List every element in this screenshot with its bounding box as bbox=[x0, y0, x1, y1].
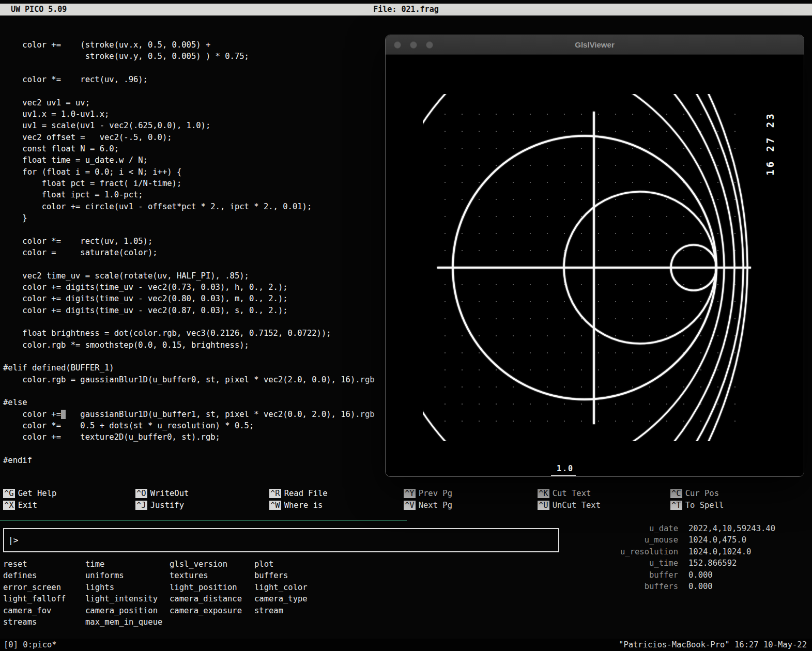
shortcut-label: Cur Pos bbox=[682, 489, 719, 498]
code-area[interactable]: color += (stroke(uv.x, 0.5, 0.005) + str… bbox=[3, 39, 375, 466]
shortcut-label: UnCut Text bbox=[549, 501, 601, 510]
code-line: color += digits(time_uv - vec2(0.80, 0.0… bbox=[3, 293, 375, 304]
status-label: u_time bbox=[542, 559, 678, 570]
status-label: u_resolution bbox=[542, 547, 678, 559]
shortcut-label: Exit bbox=[15, 501, 37, 510]
shader-plot bbox=[386, 55, 804, 477]
code-line: color *= rect(uv, 1.05); bbox=[3, 236, 375, 247]
code-line bbox=[3, 385, 375, 397]
code-line: stroke(uv.y, 0.5, 0.005) ) * 0.75; bbox=[3, 51, 375, 62]
command-textures: textures bbox=[170, 571, 242, 582]
code-line: color += (stroke(uv.x, 0.5, 0.005) + bbox=[3, 39, 375, 51]
code-line: color += digits(time_uv - vec2(0.87, 0.0… bbox=[3, 305, 375, 316]
zoom-button[interactable] bbox=[426, 41, 433, 49]
glslviewer-titlebar[interactable]: GlslViewer bbox=[386, 35, 804, 55]
scale-tick bbox=[551, 475, 576, 476]
console-input-box[interactable]: |> bbox=[3, 528, 559, 552]
command-buffers: buffers bbox=[254, 571, 308, 582]
command-glsl_version: glsl_version bbox=[170, 560, 242, 571]
code-line: float time = u_date.w / N; bbox=[3, 154, 375, 166]
code-line: color.rgb = gaussianBlur1D(u_buffer0, st… bbox=[3, 374, 375, 385]
shortcut-read-file: ^RRead File bbox=[269, 489, 328, 498]
glslviewer-window: GlslViewer bbox=[385, 35, 804, 477]
shortcut-key: ^X bbox=[3, 501, 15, 510]
minimize-button[interactable] bbox=[410, 41, 417, 49]
status-value: 1024.0,475.0 bbox=[688, 535, 746, 547]
shortcut-key: ^G bbox=[3, 489, 15, 498]
command-camera_distance: camera_distance bbox=[170, 594, 242, 606]
command-lights: lights bbox=[85, 583, 162, 594]
status-value: 0.000 bbox=[688, 570, 713, 582]
shortcut-label: Where is bbox=[281, 501, 323, 510]
code-line: const float N = 6.0; bbox=[3, 143, 375, 154]
code-line: #endif bbox=[3, 455, 375, 466]
code-line: vec2 uv1 = uv; bbox=[3, 97, 375, 109]
shortcut-exit: ^XExit bbox=[3, 501, 37, 510]
status-value: 1024.0,1024.0 bbox=[688, 547, 751, 559]
shortcut-row-1: ^GGet Help^OWriteOut^RRead File^YPrev Pg… bbox=[3, 489, 809, 500]
status-row-u_date: u_date2022,4,10,59243.40 bbox=[542, 524, 775, 535]
command-column: timeuniformslightslight_intensitycamera_… bbox=[85, 560, 162, 629]
code-line bbox=[3, 316, 375, 328]
code-line bbox=[3, 224, 375, 235]
command-column: resetdefineserror_screenlight_falloffcam… bbox=[3, 560, 66, 629]
shortcut-key: ^R bbox=[269, 489, 281, 498]
code-line: float ipct = 1.0-pct; bbox=[3, 189, 375, 200]
shortcut-key: ^T bbox=[670, 501, 682, 510]
window-title: GlslViewer bbox=[386, 35, 804, 55]
shortcut-label: WriteOut bbox=[147, 489, 189, 498]
tmux-session-label: [0] 0:pico* bbox=[4, 639, 57, 651]
command-time: time bbox=[85, 560, 162, 571]
tmux-statusbar: [0] 0:pico* "Patricios-MacBook-Pro" 16:2… bbox=[0, 639, 812, 651]
code-line bbox=[3, 85, 375, 97]
shortcut-where-is: ^WWhere is bbox=[269, 501, 323, 510]
shortcut-uncut-text: ^UUnCut Text bbox=[538, 501, 601, 510]
status-row-u_mouse: u_mouse1024.0,475.0 bbox=[542, 535, 775, 547]
command-camera_position: camera_position bbox=[85, 606, 162, 617]
text-cursor bbox=[61, 410, 66, 419]
status-row-buffer: buffer0.000 bbox=[542, 570, 775, 582]
tmux-pane-divider bbox=[0, 520, 407, 521]
code-line bbox=[3, 443, 375, 454]
code-line: float brightness = dot(color.rgb, vec3(0… bbox=[3, 328, 375, 339]
status-label: buffers bbox=[542, 582, 678, 593]
code-line: color.rgb *= smoothstep(0.0, 0.15, brigh… bbox=[3, 339, 375, 351]
code-line bbox=[3, 258, 375, 270]
code-line: color *= rect(uv, .96); bbox=[3, 74, 375, 85]
command-camera_exposure: camera_exposure bbox=[170, 606, 242, 617]
command-defines: defines bbox=[3, 571, 66, 582]
command-plot: plot bbox=[254, 560, 308, 571]
shortcut-writeout: ^OWriteOut bbox=[135, 489, 189, 498]
shortcut-cut-text: ^KCut Text bbox=[538, 489, 591, 498]
scale-label: 1.0 bbox=[557, 464, 574, 473]
command-uniforms: uniforms bbox=[85, 571, 162, 582]
shortcut-cur-pos: ^CCur Pos bbox=[670, 489, 719, 498]
command-column: plotbufferslight_colorcamera_typestream bbox=[254, 560, 308, 617]
command-light_color: light_color bbox=[254, 583, 308, 594]
shortcut-key: ^Y bbox=[404, 489, 416, 498]
dot-grid bbox=[431, 100, 747, 437]
command-max_mem_in_queue: max_mem_in_queue bbox=[85, 617, 162, 629]
command-reset: reset bbox=[3, 560, 66, 571]
shortcut-key: ^W bbox=[269, 501, 281, 510]
code-line: color += circle(uv1 - offset*pct * 2., i… bbox=[3, 201, 375, 212]
command-stream: stream bbox=[254, 606, 308, 617]
shortcut-key: ^O bbox=[135, 489, 147, 498]
code-line: vec2 time_uv = scale(rotate(uv, HALF_PI)… bbox=[3, 270, 375, 282]
shortcut-to-spell: ^TTo Spell bbox=[670, 501, 724, 510]
shortcut-justify: ^JJustify bbox=[135, 501, 184, 510]
code-line: #elif defined(BUFFER_1) bbox=[3, 362, 375, 374]
close-button[interactable] bbox=[394, 41, 401, 49]
status-row-buffers: buffers0.000 bbox=[542, 582, 775, 593]
pico-titlebar: UW PICO 5.09 File: 021.frag bbox=[0, 4, 812, 16]
status-value: 152.866592 bbox=[688, 559, 737, 570]
shortcut-get-help: ^GGet Help bbox=[3, 489, 56, 498]
command-camera_fov: camera_fov bbox=[3, 606, 66, 617]
shortcut-next-pg: ^VNext Pg bbox=[404, 501, 452, 510]
code-line: color += digits(time_uv - vec2(0.73, 0.0… bbox=[3, 282, 375, 293]
status-row-u_time: u_time152.866592 bbox=[542, 559, 775, 570]
shortcut-label: Justify bbox=[147, 501, 184, 510]
shader-canvas[interactable]: 16 27 23 1.0 bbox=[386, 55, 804, 477]
code-line: color += texture2D(u_buffer0, st).rgb; bbox=[3, 431, 375, 443]
shortcut-key: ^V bbox=[404, 501, 416, 510]
